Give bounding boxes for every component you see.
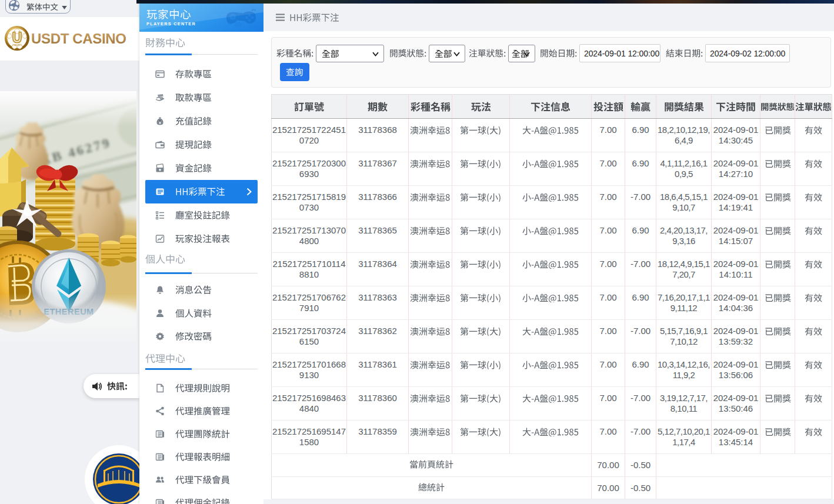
svg-text:USDT CASINO: USDT CASINO (31, 32, 126, 46)
svg-text:CASINO: CASINO (12, 44, 21, 46)
